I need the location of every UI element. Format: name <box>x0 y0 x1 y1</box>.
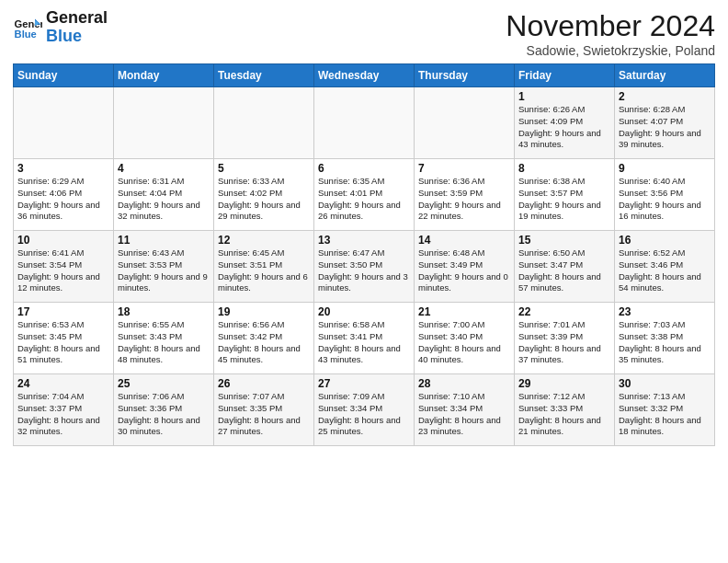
day-number: 8 <box>518 162 610 175</box>
table-row: 13Sunrise: 6:47 AM Sunset: 3:50 PM Dayli… <box>314 231 415 303</box>
day-info: Sunrise: 6:33 AM Sunset: 4:02 PM Dayligh… <box>218 176 310 223</box>
title-block: November 2024 Sadowie, Swietokrzyskie, P… <box>506 9 715 58</box>
col-wednesday: Wednesday <box>314 64 415 87</box>
col-sunday: Sunday <box>14 64 114 87</box>
day-number: 23 <box>619 305 711 318</box>
day-number: 28 <box>418 377 510 390</box>
day-info: Sunrise: 7:06 AM Sunset: 3:36 PM Dayligh… <box>118 391 210 438</box>
day-number: 27 <box>318 377 410 390</box>
day-info: Sunrise: 6:38 AM Sunset: 3:57 PM Dayligh… <box>518 176 610 223</box>
table-row: 3Sunrise: 6:29 AM Sunset: 4:06 PM Daylig… <box>14 159 114 231</box>
table-row: 17Sunrise: 6:53 AM Sunset: 3:45 PM Dayli… <box>14 303 114 374</box>
day-info: Sunrise: 6:50 AM Sunset: 3:47 PM Dayligh… <box>518 247 610 294</box>
day-info: Sunrise: 6:55 AM Sunset: 3:43 PM Dayligh… <box>118 319 210 366</box>
day-info: Sunrise: 6:52 AM Sunset: 3:46 PM Dayligh… <box>619 247 711 294</box>
calendar-header-row: Sunday Monday Tuesday Wednesday Thursday… <box>14 64 715 87</box>
day-info: Sunrise: 6:47 AM Sunset: 3:50 PM Dayligh… <box>318 247 410 294</box>
day-info: Sunrise: 7:07 AM Sunset: 3:35 PM Dayligh… <box>218 391 310 438</box>
day-number: 18 <box>118 305 210 318</box>
day-info: Sunrise: 7:04 AM Sunset: 3:37 PM Dayligh… <box>17 391 109 438</box>
day-info: Sunrise: 6:56 AM Sunset: 3:42 PM Dayligh… <box>218 319 310 366</box>
table-row <box>114 87 214 159</box>
day-number: 10 <box>17 234 109 247</box>
day-number: 24 <box>17 377 109 390</box>
logo-text: GeneralBlue <box>46 9 108 46</box>
day-info: Sunrise: 7:13 AM Sunset: 3:32 PM Dayligh… <box>619 391 711 438</box>
col-thursday: Thursday <box>415 64 515 87</box>
day-info: Sunrise: 7:10 AM Sunset: 3:34 PM Dayligh… <box>418 391 510 438</box>
day-info: Sunrise: 7:01 AM Sunset: 3:39 PM Dayligh… <box>518 319 610 366</box>
day-info: Sunrise: 6:48 AM Sunset: 3:49 PM Dayligh… <box>418 247 510 294</box>
day-number: 11 <box>118 234 210 247</box>
day-number: 25 <box>118 377 210 390</box>
day-info: Sunrise: 7:09 AM Sunset: 3:34 PM Dayligh… <box>318 391 410 438</box>
table-row: 27Sunrise: 7:09 AM Sunset: 3:34 PM Dayli… <box>314 374 415 446</box>
table-row: 5Sunrise: 6:33 AM Sunset: 4:02 PM Daylig… <box>214 159 314 231</box>
table-row: 8Sunrise: 6:38 AM Sunset: 3:57 PM Daylig… <box>515 159 615 231</box>
day-number: 1 <box>518 90 610 103</box>
day-number: 16 <box>619 234 711 247</box>
table-row: 24Sunrise: 7:04 AM Sunset: 3:37 PM Dayli… <box>14 374 114 446</box>
day-number: 12 <box>218 234 310 247</box>
table-row: 10Sunrise: 6:41 AM Sunset: 3:54 PM Dayli… <box>14 231 114 303</box>
day-number: 17 <box>17 305 109 318</box>
table-row: 6Sunrise: 6:35 AM Sunset: 4:01 PM Daylig… <box>314 159 415 231</box>
day-info: Sunrise: 6:29 AM Sunset: 4:06 PM Dayligh… <box>17 176 109 223</box>
table-row: 23Sunrise: 7:03 AM Sunset: 3:38 PM Dayli… <box>615 303 715 374</box>
logo: General Blue GeneralBlue <box>13 9 108 46</box>
header: General Blue GeneralBlue November 2024 S… <box>13 9 715 58</box>
day-number: 9 <box>619 162 711 175</box>
table-row: 25Sunrise: 7:06 AM Sunset: 3:36 PM Dayli… <box>114 374 214 446</box>
table-row <box>14 87 114 159</box>
calendar-week-1: 1Sunrise: 6:26 AM Sunset: 4:09 PM Daylig… <box>14 87 715 159</box>
table-row: 28Sunrise: 7:10 AM Sunset: 3:34 PM Dayli… <box>415 374 515 446</box>
table-row <box>214 87 314 159</box>
table-row: 21Sunrise: 7:00 AM Sunset: 3:40 PM Dayli… <box>415 303 515 374</box>
month-title: November 2024 <box>506 9 715 43</box>
table-row: 14Sunrise: 6:48 AM Sunset: 3:49 PM Dayli… <box>415 231 515 303</box>
location-subtitle: Sadowie, Swietokrzyskie, Poland <box>506 43 715 58</box>
day-info: Sunrise: 7:03 AM Sunset: 3:38 PM Dayligh… <box>619 319 711 366</box>
table-row: 7Sunrise: 6:36 AM Sunset: 3:59 PM Daylig… <box>415 159 515 231</box>
col-saturday: Saturday <box>615 64 715 87</box>
calendar-week-2: 3Sunrise: 6:29 AM Sunset: 4:06 PM Daylig… <box>14 159 715 231</box>
col-tuesday: Tuesday <box>214 64 314 87</box>
day-number: 30 <box>619 377 711 390</box>
day-number: 21 <box>418 305 510 318</box>
day-info: Sunrise: 6:26 AM Sunset: 4:09 PM Dayligh… <box>518 104 610 151</box>
table-row <box>314 87 415 159</box>
table-row: 4Sunrise: 6:31 AM Sunset: 4:04 PM Daylig… <box>114 159 214 231</box>
col-friday: Friday <box>515 64 615 87</box>
table-row: 11Sunrise: 6:43 AM Sunset: 3:53 PM Dayli… <box>114 231 214 303</box>
calendar-week-3: 10Sunrise: 6:41 AM Sunset: 3:54 PM Dayli… <box>14 231 715 303</box>
table-row: 19Sunrise: 6:56 AM Sunset: 3:42 PM Dayli… <box>214 303 314 374</box>
table-row: 15Sunrise: 6:50 AM Sunset: 3:47 PM Dayli… <box>515 231 615 303</box>
day-number: 29 <box>518 377 610 390</box>
table-row: 20Sunrise: 6:58 AM Sunset: 3:41 PM Dayli… <box>314 303 415 374</box>
day-info: Sunrise: 6:40 AM Sunset: 3:56 PM Dayligh… <box>619 176 711 223</box>
day-info: Sunrise: 7:12 AM Sunset: 3:33 PM Dayligh… <box>518 391 610 438</box>
calendar: Sunday Monday Tuesday Wednesday Thursday… <box>13 63 715 446</box>
table-row: 9Sunrise: 6:40 AM Sunset: 3:56 PM Daylig… <box>615 159 715 231</box>
table-row: 1Sunrise: 6:26 AM Sunset: 4:09 PM Daylig… <box>515 87 615 159</box>
day-number: 20 <box>318 305 410 318</box>
day-info: Sunrise: 6:58 AM Sunset: 3:41 PM Dayligh… <box>318 319 410 366</box>
day-number: 22 <box>518 305 610 318</box>
day-number: 4 <box>118 162 210 175</box>
day-number: 26 <box>218 377 310 390</box>
day-info: Sunrise: 6:41 AM Sunset: 3:54 PM Dayligh… <box>17 247 109 294</box>
day-number: 19 <box>218 305 310 318</box>
table-row: 2Sunrise: 6:28 AM Sunset: 4:07 PM Daylig… <box>615 87 715 159</box>
table-row: 16Sunrise: 6:52 AM Sunset: 3:46 PM Dayli… <box>615 231 715 303</box>
day-info: Sunrise: 6:31 AM Sunset: 4:04 PM Dayligh… <box>118 176 210 223</box>
page: General Blue GeneralBlue November 2024 S… <box>0 0 728 563</box>
table-row: 30Sunrise: 7:13 AM Sunset: 3:32 PM Dayli… <box>615 374 715 446</box>
day-number: 7 <box>418 162 510 175</box>
day-number: 13 <box>318 234 410 247</box>
day-info: Sunrise: 6:45 AM Sunset: 3:51 PM Dayligh… <box>218 247 310 294</box>
day-number: 5 <box>218 162 310 175</box>
day-info: Sunrise: 6:36 AM Sunset: 3:59 PM Dayligh… <box>418 176 510 223</box>
calendar-week-4: 17Sunrise: 6:53 AM Sunset: 3:45 PM Dayli… <box>14 303 715 374</box>
logo-icon: General Blue <box>13 13 42 42</box>
day-number: 2 <box>619 90 711 103</box>
